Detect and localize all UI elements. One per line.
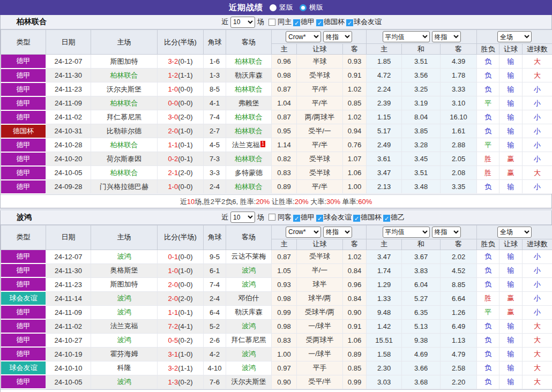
league-filter[interactable]: ✓德国杯 (316, 18, 345, 26)
col-score: 比分(半场) (158, 30, 204, 55)
league-filter[interactable]: ✓德国杯 (353, 213, 382, 221)
checkbox-unchecked-icon[interactable] (268, 19, 275, 26)
checkbox-checked-icon[interactable]: ✓ (383, 215, 390, 222)
table-row: 德甲 24-12-07 波鸿 0-1(0-0) 9-5 云达不莱梅 0.87 受… (1, 250, 552, 263)
checkbox-checked-icon[interactable]: ✓ (293, 19, 300, 26)
avg-away-cell: 2.08 (441, 166, 477, 180)
col-date: 日期 (46, 30, 91, 55)
avg-time-select[interactable]: 终指 (432, 31, 461, 42)
full-time-score: 3-2 (168, 364, 178, 372)
score-cell: 0-2(0-1) (158, 152, 204, 166)
goals-cell: 小 (523, 250, 552, 263)
table-row: 球会友谊 24-11-14 波鸿 2-0(2-0) 2-4 邓伯什 0.98 球… (1, 291, 552, 305)
handicap-cell: 受球半/两 (297, 305, 343, 319)
avg-draw-cell: 6.35 (402, 305, 441, 319)
checkbox-checked-icon[interactable]: ✓ (346, 19, 353, 26)
goals-cell: 大 (523, 361, 552, 375)
radio-checked-icon[interactable] (300, 4, 307, 11)
away-team-cell: 法兰克福1 (226, 138, 272, 152)
checkbox-unchecked-icon[interactable] (268, 214, 275, 221)
odds-time-select[interactable]: 终指 (323, 31, 352, 42)
avg-draw-cell: 3.28 (402, 138, 441, 152)
home-team-name: 波鸿 (117, 308, 131, 316)
odds-source-select[interactable]: Crow* (286, 31, 321, 42)
recent-count-select[interactable]: 10 (230, 212, 255, 223)
home-team-name: 波鸿 (117, 378, 131, 386)
table-row: 德甲 24-09-28 门兴格拉德巴赫 1-0(0-0) 2-4 柏林联合 0.… (1, 180, 552, 194)
handicap-result-cell: 输 (499, 138, 523, 152)
checkbox-checked-icon[interactable]: ✓ (293, 215, 300, 222)
avg-away-cell: 16.10 (441, 110, 477, 124)
avg-home-cell: 2.13 (367, 180, 402, 194)
home-odds-cell: 0.98 (272, 319, 297, 333)
away-team-name: 柏林联合 (235, 113, 263, 121)
home-team-cell: 柏林联合 (91, 138, 158, 152)
score-cell: 1-3(0-2) (158, 375, 204, 389)
scope-select[interactable]: 全场 (497, 31, 532, 42)
result-cell: 负 (477, 361, 499, 375)
avg-away-cell: 8.85 (441, 277, 477, 291)
league-filter[interactable]: ✓德甲 (293, 213, 315, 221)
goals-cell: 小 (523, 82, 552, 96)
handicap-cell: 受半球 (297, 250, 343, 263)
avg-source-select[interactable]: 平均值 (383, 31, 430, 42)
layout-radio-vertical[interactable]: 竖版 (270, 3, 293, 12)
date-cell: 24-11-30 (46, 69, 91, 82)
corner-cell: 2-6 (204, 333, 226, 347)
col-away: 客场 (226, 225, 272, 250)
avg-away-cell: 2.20 (441, 375, 477, 389)
scope-select[interactable]: 全场 (497, 227, 532, 238)
score-cell: 1-0(0-0) (158, 82, 204, 96)
league-filter[interactable]: ✓德乙 (383, 213, 405, 221)
odds-source-select[interactable]: Crow* (286, 227, 321, 238)
competition-type-cell: 德甲 (1, 152, 46, 166)
layout-radio-horizontal[interactable]: 横版 (300, 3, 323, 12)
home-team-name: 科隆 (117, 364, 131, 372)
col-odds-away: 客 (343, 44, 367, 55)
league-filter-label: 球会友谊 (354, 18, 382, 26)
handicap-result-cell: 赢 (499, 152, 523, 166)
league-filter[interactable]: ✓球会友谊 (346, 18, 382, 26)
score-cell: 7-2(4-1) (158, 319, 204, 333)
corner-cell: 7-4 (204, 110, 226, 124)
goals-cell: 大 (523, 55, 552, 69)
recent-count-select[interactable]: 10 (230, 17, 255, 28)
result-cell: 负 (477, 333, 499, 347)
odds-time-select[interactable]: 终指 (323, 227, 352, 238)
home-team-name: 荷尔斯泰因 (107, 155, 141, 163)
half-time-score: (1-1) (178, 364, 192, 372)
checkbox-checked-icon[interactable]: ✓ (316, 19, 323, 26)
avg-draw-cell: 3.51 (402, 55, 441, 69)
handicap-cell: 平/半 (297, 138, 343, 152)
away-odds-cell: 0.84 (343, 263, 367, 277)
games-unit-label: 场 (257, 17, 264, 27)
corner-cell: 7-6 (204, 375, 226, 389)
avg-home-cell: 2.39 (367, 96, 402, 110)
league-filter[interactable]: ✓球会友谊 (316, 213, 352, 221)
goals-cell: 小 (523, 305, 552, 319)
score-cell: 3-1(1-0) (158, 347, 204, 361)
result-cell: 胜 (477, 291, 499, 305)
handicap-cell: 平/半 (297, 180, 343, 194)
home-team-cell: 科隆 (91, 361, 158, 375)
goals-cell: 大 (523, 375, 552, 389)
checkbox-checked-icon[interactable]: ✓ (353, 215, 360, 222)
avg-draw-cell: 8.04 (402, 110, 441, 124)
league-filter[interactable]: ✓德甲 (293, 18, 315, 26)
score-cell: 1-2(1-1) (158, 69, 204, 82)
date-cell: 24-12-07 (46, 55, 91, 69)
avg-time-select[interactable]: 终指 (432, 227, 461, 238)
radio-unchecked-icon[interactable] (270, 4, 277, 11)
avg-home-cell: 5.17 (367, 124, 402, 138)
away-team-name: 波鸿 (242, 322, 256, 330)
checkbox-checked-icon[interactable]: ✓ (316, 215, 323, 222)
date-cell: 24-11-23 (46, 277, 91, 291)
avg-source-select[interactable]: 平均值 (383, 227, 430, 238)
corner-cell: 3-3 (204, 166, 226, 180)
half-time-score: (0-0) (178, 183, 192, 191)
handicap-result-cell: 输 (499, 180, 523, 194)
avg-home-cell: 3.47 (367, 250, 402, 263)
avg-draw-cell: 4.69 (402, 347, 441, 361)
handicap-result-cell: 输 (499, 250, 523, 263)
table-row: 德甲 24-11-23 斯图加特 2-0(0-0) 7-4 波鸿 0.93 球半… (1, 277, 552, 291)
